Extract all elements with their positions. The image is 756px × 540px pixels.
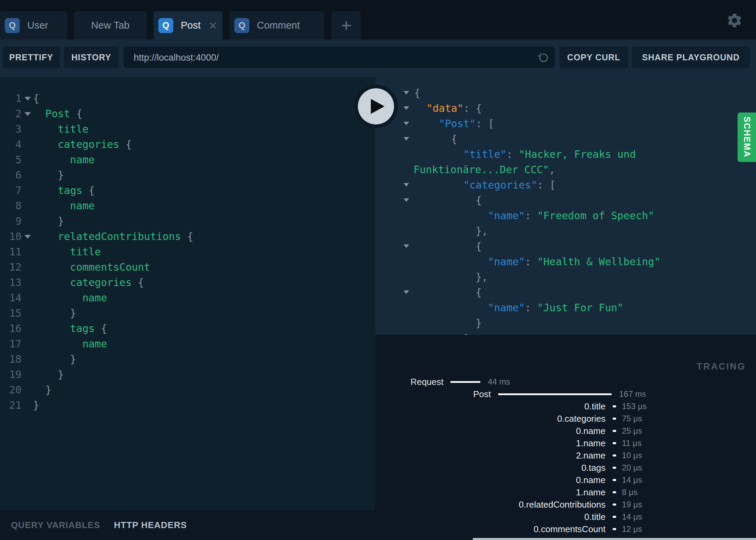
- bottom-bar: QUERY VARIABLES HTTP HEADERS: [0, 510, 375, 540]
- prettify-button[interactable]: PRETTIFY: [2, 47, 60, 68]
- collapse-arrow-icon[interactable]: [404, 106, 409, 110]
- fold-gutter: [21, 213, 33, 229]
- code-line: 13 categories {: [0, 275, 375, 290]
- fold-gutter: [21, 183, 33, 198]
- line-number: 4: [0, 137, 21, 152]
- response-line: ]: [375, 331, 756, 335]
- response-line: {: [375, 285, 756, 300]
- response-text: {: [476, 193, 482, 208]
- fold-gutter: [21, 121, 33, 137]
- fold-arrow-icon[interactable]: [25, 97, 31, 101]
- response-line: },: [375, 223, 756, 239]
- code-text: name: [33, 336, 107, 351]
- code-text: name: [33, 290, 107, 305]
- line-number: 16: [0, 321, 21, 336]
- line-number: 1: [0, 91, 21, 106]
- code-line: 2 Post {: [0, 106, 375, 121]
- fold-gutter: [21, 321, 33, 336]
- collapse-arrow-icon[interactable]: [404, 91, 409, 94]
- response-text: "name": "Freedom of Speech": [488, 208, 654, 223]
- tab-label: New Tab: [91, 20, 129, 31]
- response-line: {: [375, 193, 756, 208]
- line-number: 14: [0, 290, 21, 305]
- collapse-arrow-icon[interactable]: [404, 244, 409, 248]
- fold-gutter: [21, 397, 33, 413]
- collapse-arrow-icon[interactable]: [404, 198, 409, 202]
- tab-http-headers[interactable]: HTTP HEADERS: [114, 520, 187, 530]
- code-text: }: [33, 367, 64, 382]
- tracing-bar: [613, 528, 616, 530]
- code-text: }: [33, 382, 52, 397]
- response-text: "data": {: [426, 101, 482, 116]
- tab-comment[interactable]: QComment: [230, 11, 324, 40]
- line-number: 19: [0, 367, 21, 382]
- new-tab-button[interactable]: [332, 11, 361, 40]
- tracing-header[interactable]: TRACING: [697, 361, 746, 372]
- code-line: 18 }: [0, 351, 375, 367]
- tracing-bar: [613, 504, 616, 506]
- code-text: }: [33, 397, 39, 413]
- share-playground-button[interactable]: SHARE PLAYGROUND: [632, 47, 750, 68]
- code-line: 6 }: [0, 167, 375, 183]
- query-editor[interactable]: 1{2 Post {3 title4 categories {5 name6 }…: [0, 77, 375, 510]
- fold-gutter: [21, 290, 33, 305]
- endpoint-input[interactable]: [133, 47, 523, 68]
- response-line: "name": "Just For Fun": [375, 300, 756, 315]
- code-line: 19 }: [0, 367, 375, 382]
- fold-gutter: [21, 336, 33, 351]
- fold-gutter: [21, 244, 33, 259]
- query-badge: Q: [158, 18, 173, 33]
- code-text: title: [33, 244, 101, 259]
- collapse-arrow-icon[interactable]: [404, 290, 409, 294]
- close-icon[interactable]: [209, 21, 217, 30]
- response-text: },: [476, 223, 488, 239]
- tab-label: Post: [181, 20, 201, 31]
- code-line: 14 name: [0, 290, 375, 305]
- line-number: 8: [0, 198, 21, 213]
- tracing-bar: [613, 516, 616, 518]
- fold-arrow-icon[interactable]: [25, 235, 31, 239]
- line-number: 5: [0, 152, 21, 167]
- collapse-arrow-icon[interactable]: [404, 122, 409, 125]
- line-number: 9: [0, 213, 21, 229]
- tab-query-variables[interactable]: QUERY VARIABLES: [11, 520, 100, 530]
- schema-tab[interactable]: SCHEMA: [738, 112, 756, 162]
- response-line: {: [375, 131, 756, 147]
- code-line: 4 categories {: [0, 137, 375, 152]
- code-line: 5 name: [0, 152, 375, 167]
- response-text: {: [414, 85, 420, 101]
- line-number: 17: [0, 336, 21, 351]
- fold-gutter: [21, 167, 33, 183]
- graphql-playground-window: QUserNew TabQPostQComment PRETTIFY HISTO…: [0, 0, 756, 540]
- response-text: "Post": [: [439, 116, 494, 131]
- collapse-arrow-icon[interactable]: [404, 183, 409, 186]
- line-number: 2: [0, 106, 21, 121]
- fold-arrow-icon[interactable]: [25, 112, 31, 116]
- code-line: 21}: [0, 397, 375, 413]
- fold-gutter: [21, 106, 33, 121]
- response-viewer: {"data": {"Post": [{"title": "Hacker, Fr…: [375, 77, 756, 335]
- play-icon: [358, 88, 394, 124]
- code-text: }: [33, 213, 64, 229]
- execute-button[interactable]: [354, 85, 398, 128]
- copy-curl-button[interactable]: COPY CURL: [559, 47, 628, 68]
- code-text: title: [33, 121, 89, 137]
- response-text: Funktionäre...Der CCC",: [413, 162, 555, 177]
- code-line: 1{: [0, 91, 375, 106]
- code-text: categories {: [33, 137, 132, 152]
- code-text: {: [33, 91, 39, 106]
- horizontal-scrollbar[interactable]: [473, 538, 756, 540]
- code-text: }: [33, 351, 76, 367]
- line-number: 12: [0, 259, 21, 275]
- tab-new-tab[interactable]: New Tab: [74, 11, 147, 40]
- settings-gear-icon[interactable]: [726, 12, 743, 29]
- tab-post[interactable]: QPost: [154, 11, 222, 40]
- fold-gutter: [21, 275, 33, 290]
- history-button[interactable]: HISTORY: [64, 47, 119, 68]
- fold-gutter: [21, 152, 33, 167]
- collapse-arrow-icon[interactable]: [404, 137, 409, 140]
- tab-user[interactable]: QUser: [0, 11, 67, 40]
- reload-icon[interactable]: [537, 51, 550, 64]
- tracing-bar: [613, 442, 616, 444]
- code-line: 16 tags {: [0, 321, 375, 336]
